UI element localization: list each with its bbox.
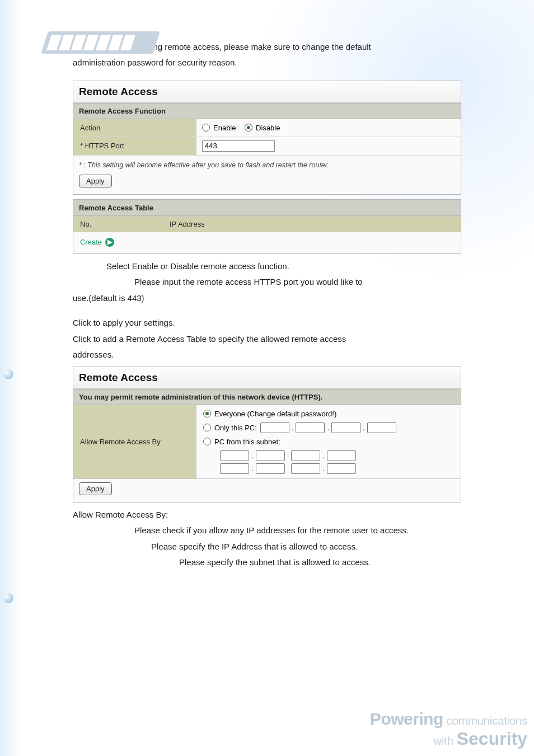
panel2-subhead: You may permit remote administration of … (73, 389, 461, 405)
subnet-ip-2[interactable] (256, 450, 285, 461)
col-no: No. (73, 217, 163, 232)
remote-access-config-panel: Remote Access You may permit remote admi… (73, 367, 461, 503)
footer-brand: Powering communications with Security (370, 710, 527, 749)
panel-title: Remote Access (73, 81, 461, 103)
mid-l3: use.(default is 443) (73, 290, 461, 307)
restart-note: * : This setting will become effective a… (73, 156, 461, 171)
opt-everyone-label: Everyone (Change default password!) (214, 410, 336, 418)
post-text: Allow Remote Access By: Please check if … (73, 507, 461, 571)
apply-button[interactable]: Apply (79, 175, 112, 187)
footer-with: with (434, 735, 457, 747)
footer-security: Security (457, 729, 527, 749)
table-header-row: No. IP Address (73, 216, 461, 232)
https-port-input[interactable] (202, 140, 275, 152)
radio-disable[interactable] (245, 124, 252, 132)
subnet-ip-3[interactable] (291, 450, 320, 461)
radio-everyone[interactable] (203, 410, 211, 417)
section-remote-function: Remote Access Function (73, 103, 461, 119)
only-ip-3[interactable] (331, 422, 360, 433)
subnet-mask-4[interactable] (327, 463, 356, 474)
create-label: Create (80, 238, 102, 246)
mid-l4: Click to apply your settings. (73, 315, 461, 331)
enable-label: Enable (213, 124, 236, 132)
mid-l6: addresses. (73, 347, 461, 363)
post-p3: Please specify the subnet that is allowe… (73, 555, 461, 571)
action-label: Action (73, 119, 196, 137)
row-https-port: * HTTPS Port (73, 137, 461, 156)
allow-label: Allow Remote Access By (73, 405, 196, 479)
subnet-mask-2[interactable] (256, 463, 285, 474)
radio-enable[interactable] (202, 124, 210, 132)
brand-logo (32, 28, 167, 59)
mid-l1: Select Enable or Disable remote access f… (73, 259, 461, 275)
mid-l5: Click to add a Remote Access Table to sp… (73, 331, 461, 348)
footer-powering: Powering (370, 710, 443, 728)
post-h: Allow Remote Access By: (73, 507, 461, 523)
row-action: Action Enable Disable (73, 119, 461, 137)
https-port-label: * HTTPS Port (73, 137, 196, 155)
disable-label: Disable (256, 124, 280, 132)
subnet-mask-1[interactable] (220, 463, 249, 474)
post-p2: Please specify the IP Address that is al… (73, 539, 461, 555)
panel2-title: Remote Access (73, 367, 461, 389)
post-p1: Please check if you allow any IP address… (73, 523, 461, 539)
mid-text: Select Enable or Disable remote access f… (73, 259, 461, 363)
subnet-mask-3[interactable] (291, 463, 320, 474)
opt-subnet-label: PC from this subnet: (214, 438, 280, 446)
dot-icon (3, 593, 13, 603)
radio-only-pc[interactable] (203, 424, 211, 431)
plus-icon: ▶ (105, 238, 114, 247)
apply-button-2[interactable]: Apply (79, 482, 112, 495)
only-ip-1[interactable] (260, 422, 289, 433)
create-link[interactable]: Create ▶ (80, 238, 114, 247)
radio-subnet[interactable] (203, 438, 211, 445)
opt-only-label: Only this PC: (214, 424, 257, 432)
remote-access-table-panel: Remote Access Table No. IP Address Creat… (73, 199, 461, 254)
allow-row: Allow Remote Access By Everyone (Change … (73, 405, 461, 479)
subnet-ip-4[interactable] (327, 450, 356, 461)
section-remote-table: Remote Access Table (73, 200, 461, 216)
mid-l2: Please input the remote access HTTPS por… (73, 274, 461, 290)
remote-access-panel: Remote Access Remote Access Function Act… (73, 81, 461, 195)
subnet-ip-1[interactable] (220, 450, 249, 461)
col-ip: IP Address (163, 217, 461, 232)
only-ip-2[interactable] (296, 422, 325, 433)
footer-comm: communications (443, 714, 527, 727)
only-ip-4[interactable] (367, 422, 396, 433)
